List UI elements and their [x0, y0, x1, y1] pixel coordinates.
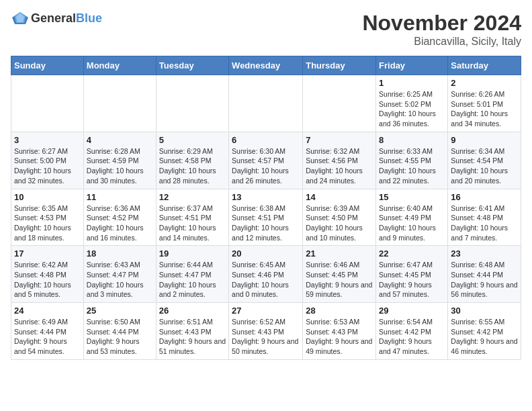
cell-info: Sunrise: 6:27 AMSunset: 5:00 PMDaylight:…	[14, 146, 81, 186]
cell-info: Sunrise: 6:30 AMSunset: 4:57 PMDaylight:…	[232, 146, 300, 186]
cell-day-number: 10	[14, 192, 81, 202]
calendar-cell: 29Sunrise: 6:54 AMSunset: 4:42 PMDayligh…	[376, 303, 448, 360]
day-header-friday: Friday	[376, 56, 448, 75]
calendar-cell: 15Sunrise: 6:40 AMSunset: 4:49 PMDayligh…	[376, 189, 448, 246]
cell-info: Sunrise: 6:35 AMSunset: 4:53 PMDaylight:…	[14, 203, 81, 243]
calendar-cell: 6Sunrise: 6:30 AMSunset: 4:57 PMDaylight…	[229, 132, 303, 189]
cell-info: Sunrise: 6:46 AMSunset: 4:45 PMDaylight:…	[306, 260, 373, 300]
cell-info: Sunrise: 6:45 AMSunset: 4:46 PMDaylight:…	[232, 260, 300, 300]
cell-info: Sunrise: 6:43 AMSunset: 4:47 PMDaylight:…	[87, 260, 153, 300]
calendar-cell	[229, 75, 303, 132]
cell-day-number: 5	[159, 135, 226, 145]
cell-day-number: 4	[87, 135, 153, 145]
day-header-sunday: Sunday	[11, 56, 84, 75]
week-row-5: 24Sunrise: 6:49 AMSunset: 4:44 PMDayligh…	[11, 303, 521, 360]
logo: GeneralBlue	[11, 11, 102, 26]
cell-info: Sunrise: 6:37 AMSunset: 4:51 PMDaylight:…	[159, 203, 226, 243]
week-row-2: 3Sunrise: 6:27 AMSunset: 5:00 PMDaylight…	[11, 132, 521, 189]
cell-day-number: 13	[232, 192, 300, 202]
calendar-cell: 10Sunrise: 6:35 AMSunset: 4:53 PMDayligh…	[11, 189, 84, 246]
cell-day-number: 18	[87, 248, 153, 259]
day-header-monday: Monday	[83, 56, 156, 75]
cell-day-number: 12	[159, 192, 226, 202]
cell-day-number: 23	[451, 248, 518, 259]
cell-day-number: 9	[451, 135, 518, 145]
calendar-cell: 23Sunrise: 6:48 AMSunset: 4:44 PMDayligh…	[448, 246, 521, 303]
day-header-thursday: Thursday	[303, 56, 376, 75]
calendar-cell: 26Sunrise: 6:51 AMSunset: 4:43 PMDayligh…	[156, 303, 228, 360]
week-row-4: 17Sunrise: 6:42 AMSunset: 4:48 PMDayligh…	[11, 246, 521, 303]
cell-info: Sunrise: 6:50 AMSunset: 4:44 PMDaylight:…	[87, 317, 153, 357]
calendar-cell: 7Sunrise: 6:32 AMSunset: 4:56 PMDaylight…	[303, 132, 376, 189]
calendar-cell: 5Sunrise: 6:29 AMSunset: 4:58 PMDaylight…	[156, 132, 228, 189]
cell-day-number: 27	[232, 306, 300, 316]
cell-day-number: 20	[232, 248, 300, 259]
cell-day-number: 29	[379, 306, 445, 316]
calendar-cell	[303, 75, 376, 132]
cell-info: Sunrise: 6:51 AMSunset: 4:43 PMDaylight:…	[159, 317, 226, 357]
calendar-cell: 11Sunrise: 6:36 AMSunset: 4:52 PMDayligh…	[83, 189, 156, 246]
cell-info: Sunrise: 6:25 AMSunset: 5:02 PMDaylight:…	[379, 89, 445, 129]
calendar-cell: 24Sunrise: 6:49 AMSunset: 4:44 PMDayligh…	[11, 303, 84, 360]
calendar-cell: 16Sunrise: 6:41 AMSunset: 4:48 PMDayligh…	[448, 189, 521, 246]
calendar-cell: 21Sunrise: 6:46 AMSunset: 4:45 PMDayligh…	[303, 246, 376, 303]
cell-day-number: 11	[87, 192, 153, 202]
cell-day-number: 25	[87, 306, 153, 316]
day-header-wednesday: Wednesday	[229, 56, 303, 75]
cell-info: Sunrise: 6:28 AMSunset: 4:59 PMDaylight:…	[87, 146, 153, 186]
cell-day-number: 2	[451, 78, 518, 88]
cell-info: Sunrise: 6:40 AMSunset: 4:49 PMDaylight:…	[379, 203, 445, 243]
calendar-cell: 27Sunrise: 6:52 AMSunset: 4:43 PMDayligh…	[229, 303, 303, 360]
cell-info: Sunrise: 6:53 AMSunset: 4:43 PMDaylight:…	[306, 317, 373, 357]
calendar-cell: 17Sunrise: 6:42 AMSunset: 4:48 PMDayligh…	[11, 246, 84, 303]
cell-info: Sunrise: 6:33 AMSunset: 4:55 PMDaylight:…	[379, 146, 445, 186]
month-title: November 2024	[362, 11, 521, 36]
cell-info: Sunrise: 6:47 AMSunset: 4:45 PMDaylight:…	[379, 260, 445, 300]
cell-info: Sunrise: 6:55 AMSunset: 4:42 PMDaylight:…	[451, 317, 518, 357]
cell-info: Sunrise: 6:29 AMSunset: 4:58 PMDaylight:…	[159, 146, 226, 186]
cell-day-number: 16	[451, 192, 518, 202]
title-area: November 2024 Biancavilla, Sicily, Italy	[362, 11, 521, 48]
cell-day-number: 6	[232, 135, 300, 145]
header: GeneralBlue November 2024 Biancavilla, S…	[11, 11, 521, 48]
cell-info: Sunrise: 6:41 AMSunset: 4:48 PMDaylight:…	[451, 203, 518, 243]
calendar-cell: 14Sunrise: 6:39 AMSunset: 4:50 PMDayligh…	[303, 189, 376, 246]
cell-info: Sunrise: 6:36 AMSunset: 4:52 PMDaylight:…	[87, 203, 153, 243]
cell-day-number: 15	[379, 192, 445, 202]
day-header-tuesday: Tuesday	[156, 56, 228, 75]
calendar-cell: 20Sunrise: 6:45 AMSunset: 4:46 PMDayligh…	[229, 246, 303, 303]
cell-day-number: 28	[306, 306, 373, 316]
calendar-cell	[83, 75, 156, 132]
calendar-cell	[11, 75, 84, 132]
calendar-cell: 2Sunrise: 6:26 AMSunset: 5:01 PMDaylight…	[448, 75, 521, 132]
cell-day-number: 24	[14, 306, 81, 316]
calendar-cell: 28Sunrise: 6:53 AMSunset: 4:43 PMDayligh…	[303, 303, 376, 360]
cell-info: Sunrise: 6:38 AMSunset: 4:51 PMDaylight:…	[232, 203, 300, 243]
day-header-saturday: Saturday	[448, 56, 521, 75]
cell-day-number: 1	[379, 78, 445, 88]
cell-info: Sunrise: 6:26 AMSunset: 5:01 PMDaylight:…	[451, 89, 518, 129]
calendar-cell: 19Sunrise: 6:44 AMSunset: 4:47 PMDayligh…	[156, 246, 228, 303]
cell-info: Sunrise: 6:48 AMSunset: 4:44 PMDaylight:…	[451, 260, 518, 300]
calendar-cell: 25Sunrise: 6:50 AMSunset: 4:44 PMDayligh…	[83, 303, 156, 360]
calendar: SundayMondayTuesdayWednesdayThursdayFrid…	[11, 56, 521, 360]
cell-info: Sunrise: 6:52 AMSunset: 4:43 PMDaylight:…	[232, 317, 300, 357]
calendar-cell: 3Sunrise: 6:27 AMSunset: 5:00 PMDaylight…	[11, 132, 84, 189]
cell-day-number: 7	[306, 135, 373, 145]
logo-blue-text: Blue	[76, 11, 102, 25]
cell-day-number: 3	[14, 135, 81, 145]
cell-info: Sunrise: 6:34 AMSunset: 4:54 PMDaylight:…	[451, 146, 518, 186]
calendar-cell: 22Sunrise: 6:47 AMSunset: 4:45 PMDayligh…	[376, 246, 448, 303]
cell-info: Sunrise: 6:39 AMSunset: 4:50 PMDaylight:…	[306, 203, 373, 243]
calendar-cell: 8Sunrise: 6:33 AMSunset: 4:55 PMDaylight…	[376, 132, 448, 189]
calendar-cell: 12Sunrise: 6:37 AMSunset: 4:51 PMDayligh…	[156, 189, 228, 246]
cell-day-number: 22	[379, 248, 445, 259]
calendar-cell: 18Sunrise: 6:43 AMSunset: 4:47 PMDayligh…	[83, 246, 156, 303]
cell-day-number: 8	[379, 135, 445, 145]
logo-icon	[11, 11, 30, 26]
day-header-row: SundayMondayTuesdayWednesdayThursdayFrid…	[11, 56, 521, 75]
cell-info: Sunrise: 6:42 AMSunset: 4:48 PMDaylight:…	[14, 260, 81, 300]
cell-day-number: 30	[451, 306, 518, 316]
logo-general-text: General	[31, 11, 76, 25]
location-title: Biancavilla, Sicily, Italy	[362, 36, 521, 48]
